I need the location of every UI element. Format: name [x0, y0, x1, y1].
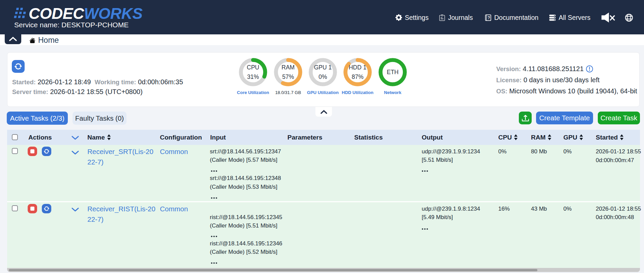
svg-text:?: ?	[487, 15, 490, 20]
